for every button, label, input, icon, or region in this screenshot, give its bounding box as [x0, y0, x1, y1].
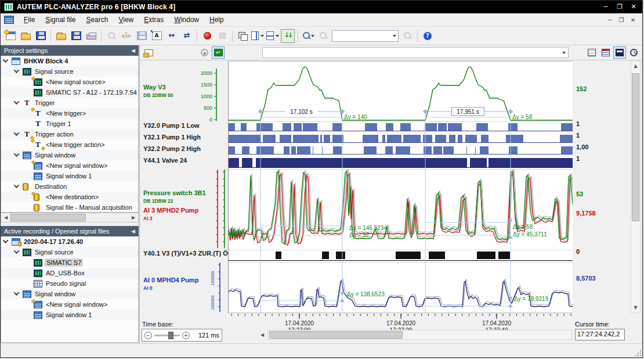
signal-name-label[interactable]: Pressure switch 3B1 — [143, 189, 206, 196]
scroll-down-icon[interactable]: ▼ — [631, 303, 640, 312]
chart-view-button[interactable] — [613, 46, 626, 59]
scrollbar-thumb[interactable] — [632, 73, 639, 221]
cascade-windows-button[interactable] — [236, 29, 249, 43]
signal-name-label[interactable]: Y44.1 Valve 24 — [143, 157, 187, 164]
measure-horizontal-button[interactable]: ↔ — [165, 29, 179, 43]
tree-item-rec-ad-usb-box[interactable]: AD_USB-Box — [1, 268, 138, 278]
jump-to-current-button[interactable]: ↵ — [212, 46, 225, 59]
auto-scroll-button[interactable]: ↓↓ — [281, 29, 295, 43]
project-settings-header[interactable]: Project settings ◀ — [1, 45, 139, 56]
chevron-down-icon[interactable] — [261, 35, 264, 37]
chevron-down-icon[interactable] — [562, 52, 566, 54]
export-button[interactable]: EXP — [120, 29, 133, 43]
sidebar-horizontal-scrollbar[interactable]: ◀ ▶ — [1, 213, 139, 222]
tile-vertical-button[interactable] — [251, 29, 265, 43]
mdi-minimize-button[interactable]: ─ — [604, 16, 616, 24]
properties-button[interactable] — [142, 46, 155, 59]
plot-vertical-scrollbar[interactable]: ▲ ▼ — [631, 61, 641, 313]
signal-name-label[interactable]: Y32.0 Pump 1 Low — [143, 122, 200, 129]
menu-file[interactable]: File — [19, 14, 40, 26]
signal-name-label[interactable]: AI 3 MPHD2 Pump — [143, 207, 198, 214]
open-project-button[interactable] — [19, 29, 32, 43]
save-signal-file-button[interactable] — [69, 29, 83, 43]
time-base-slider[interactable] — [154, 335, 180, 336]
tree-item-new-destination[interactable]: <New destination> — [1, 192, 138, 202]
time-view-button[interactable] — [627, 46, 640, 59]
menu-help[interactable]: Help — [204, 14, 229, 26]
replay-button[interactable] — [198, 46, 211, 59]
close-button[interactable]: ✕ — [627, 2, 640, 12]
plot-scroll-left-icon[interactable]: ◀ — [258, 331, 267, 339]
mdi-close-button[interactable]: ✕ — [627, 16, 639, 24]
tree-item-trigger-action[interactable]: Trigger action — [1, 129, 138, 139]
measure-vertical-button[interactable]: ⇄ — [180, 29, 194, 43]
signal-plot[interactable]: 17,102 sΔy = 14017,951 sΔy = 58Δy = 146,… — [228, 61, 573, 313]
new-project-button[interactable] — [3, 29, 17, 43]
search-previous-button[interactable] — [316, 29, 330, 43]
tree-item-rec-pseudo-signal[interactable]: Pseudo signal — [1, 278, 138, 289]
table-view-button[interactable] — [599, 46, 612, 59]
scroll-left-icon[interactable]: ◀ — [1, 213, 10, 222]
zoom-in-time-icon[interactable]: + — [182, 332, 190, 339]
search-combo[interactable] — [332, 30, 399, 42]
signal-plot-area[interactable]: 17,102 sΔy = 14017,951 sΔy = 58Δy = 146,… — [228, 61, 573, 313]
tree-item-recording-2020-04-17[interactable]: 2020-04-17 17.26.40 — [1, 236, 138, 247]
save-project-button[interactable] — [34, 29, 48, 43]
tree-item-signal-window-1[interactable]: Signal window 1 — [1, 171, 138, 181]
tree-item-signal-file-manual[interactable]: Signal file - Manual acquisition — [1, 202, 138, 213]
scrollbar-thumb[interactable] — [10, 214, 86, 221]
tree-item-simatic-s7-a12[interactable]: SIMATIC S7 - A12 - 172.19.7.54 — [1, 87, 138, 98]
tree-item-new-trigger-action[interactable]: <New trigger action> — [1, 139, 138, 150]
tile-horizontal-button[interactable] — [266, 29, 280, 43]
save-as-button[interactable] — [135, 29, 149, 43]
open-signal-file-button[interactable] — [54, 29, 68, 43]
signal-name-label[interactable]: Y40.1 V3 (T)/V1+3 ZUR.(T) Ö — [143, 250, 228, 257]
menu-view[interactable]: View — [113, 14, 139, 26]
minimize-button[interactable]: ─ — [599, 2, 612, 12]
mdi-restore-button[interactable]: ❐ — [616, 16, 627, 24]
tree-item-trigger[interactable]: Trigger — [1, 98, 138, 108]
signal-name-label[interactable]: Y32.1 Pump 1 High — [143, 134, 201, 141]
stop-button[interactable] — [215, 29, 229, 43]
menu-search[interactable]: Search — [81, 14, 113, 26]
record-button[interactable] — [200, 29, 214, 43]
collapse-panel-icon[interactable]: ◀ — [131, 228, 135, 234]
scroll-right-icon[interactable]: ▶ — [129, 213, 138, 222]
text-label-button[interactable]: A — [150, 29, 164, 43]
scroll-up-icon[interactable]: ▲ — [631, 62, 640, 70]
tree-item-trigger-1[interactable]: Trigger 1 — [1, 119, 138, 129]
tree-item-rec-signal-window-1[interactable]: Signal window 1 — [1, 310, 138, 320]
zoom-button[interactable] — [301, 29, 315, 43]
chevron-down-icon[interactable] — [393, 35, 396, 37]
zoom-out-time-icon[interactable]: − — [144, 332, 152, 339]
search-signal-button[interactable] — [104, 29, 118, 43]
chevron-down-icon[interactable] — [311, 35, 314, 37]
signal-select-combo[interactable] — [262, 47, 569, 58]
grid-view-button[interactable] — [585, 46, 598, 59]
maximize-button[interactable]: ❐ — [613, 2, 626, 12]
print-button[interactable] — [84, 29, 98, 43]
tree-item-bhkw-block-4[interactable]: BHKW Block 4 — [1, 56, 138, 66]
tree-item-signal-window[interactable]: Signal window — [1, 150, 138, 160]
active-recording-header[interactable]: Active recording / Opened signal files ◀ — [1, 226, 139, 236]
tree-item-new-signal-window[interactable]: <New signal window> — [1, 160, 138, 171]
collapse-panel-icon[interactable]: ◀ — [131, 48, 135, 53]
tree-item-rec-new-signal-window[interactable]: <New signal window> — [1, 299, 138, 310]
tree-item-rec-simatic-s7[interactable]: SIMATIC S7 — [1, 257, 138, 268]
help-button[interactable]: ? — [421, 29, 435, 43]
tree-item-new-trigger[interactable]: <New trigger> — [1, 108, 138, 119]
tree-item-signal-source[interactable]: Signal source — [1, 66, 138, 77]
chevron-down-icon[interactable] — [276, 35, 279, 37]
tree-item-destination[interactable]: Destination — [1, 181, 138, 192]
plot-horizontal-scrollbar[interactable] — [267, 330, 572, 340]
signal-name-label[interactable]: Way V3 — [143, 84, 166, 91]
time-base-control[interactable]: − + 121 ms — [142, 329, 222, 342]
scrollbar-thumb[interactable] — [269, 331, 403, 339]
signal-name-label[interactable]: Y32.2 Pump 2 High — [143, 145, 201, 152]
menu-window[interactable]: Window — [169, 14, 204, 26]
search-next-button[interactable] — [400, 29, 414, 43]
menu-signal-file[interactable]: Signal file — [40, 14, 81, 26]
cursor-time-value[interactable]: 17:27:24.242,2 — [575, 329, 625, 340]
signal-name-label[interactable]: AI 0 MPHD4 Pump — [143, 277, 198, 283]
title-bar[interactable]: AUTEM PLC-ANALYZER pro 6 [BHKW Block 4] … — [1, 1, 642, 13]
